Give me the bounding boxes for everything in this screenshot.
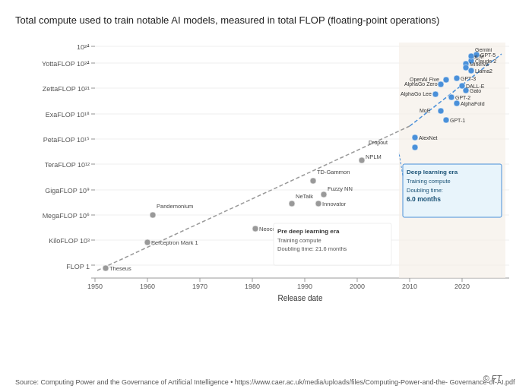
svg-point-57 (252, 226, 258, 232)
svg-text:Pre deep learning era: Pre deep learning era (277, 228, 340, 235)
svg-text:AlphaGo Lee: AlphaGo Lee (401, 91, 432, 97)
svg-text:2010: 2010 (402, 283, 417, 290)
svg-text:Dropout: Dropout (369, 140, 388, 146)
svg-text:1980: 1980 (245, 283, 260, 290)
svg-text:Training compute: Training compute (407, 178, 451, 185)
svg-text:PetaFLOP 10¹⁵: PetaFLOP 10¹⁵ (43, 136, 90, 144)
svg-point-55 (150, 212, 156, 218)
svg-text:Doubling time: 21.6 months: Doubling time: 21.6 months (277, 245, 347, 252)
chart-container: Total compute used to train notable AI m… (0, 0, 532, 392)
svg-point-85 (438, 81, 444, 87)
svg-point-91 (459, 83, 465, 89)
svg-point-53 (144, 239, 150, 245)
svg-point-105 (463, 65, 469, 71)
svg-text:ExaFLOP 10¹⁸: ExaFLOP 10¹⁸ (46, 111, 90, 119)
svg-text:AlphaFold: AlphaFold (461, 101, 485, 107)
svg-text:NPLM: NPLM (366, 153, 382, 160)
svg-text:MoE: MoE (420, 108, 431, 113)
svg-text:1990: 1990 (297, 283, 312, 290)
svg-point-107 (468, 53, 474, 59)
svg-text:Fuzzy NN: Fuzzy NN (328, 185, 353, 192)
svg-text:TD-Gammon: TD-Gammon (317, 169, 350, 175)
chart-title: Total compute used to train notable AI m… (15, 14, 517, 27)
svg-point-87 (443, 77, 449, 83)
footer: Source: Computing Power and the Governan… (15, 374, 517, 387)
svg-text:TeraFLOP 10¹²: TeraFLOP 10¹² (45, 161, 90, 169)
svg-text:10²⁴: 10²⁴ (77, 43, 90, 51)
svg-text:1960: 1960 (140, 283, 155, 290)
svg-text:Pandemonium: Pandemonium (157, 203, 193, 210)
svg-text:Perceptron Mark 1: Perceptron Mark 1 (151, 239, 198, 246)
svg-text:6.0 months: 6.0 months (407, 195, 441, 203)
svg-text:MegaFLOP 10⁶: MegaFLOP 10⁶ (43, 212, 90, 220)
svg-point-63 (315, 201, 321, 207)
svg-point-97 (468, 68, 474, 74)
svg-text:Innovator: Innovator (322, 201, 347, 207)
svg-text:Gato: Gato (470, 88, 481, 93)
svg-text:GPT-2: GPT-2 (455, 95, 470, 100)
svg-point-61 (310, 178, 316, 184)
svg-point-73 (412, 134, 418, 141)
svg-point-59 (289, 201, 295, 207)
svg-text:Llama2: Llama2 (475, 68, 492, 74)
chart-area: 10²⁴ YottaFLOP 10²⁴ ZettaFLOP 10²¹ ExaFL… (15, 35, 517, 316)
svg-text:KiloFLOP 10³: KiloFLOP 10³ (49, 237, 90, 245)
svg-text:DALL-E: DALL-E (466, 84, 485, 89)
svg-text:AlexNet: AlexNet (419, 135, 438, 141)
svg-text:2020: 2020 (454, 283, 470, 290)
svg-text:NeTalk: NeTalk (296, 193, 313, 200)
svg-text:ZettaFLOP 10²¹: ZettaFLOP 10²¹ (43, 85, 90, 93)
svg-text:Minerva: Minerva (470, 62, 489, 67)
main-chart-svg: 10²⁴ YottaFLOP 10²⁴ ZettaFLOP 10²¹ ExaFL… (15, 35, 517, 316)
svg-text:1970: 1970 (192, 283, 207, 290)
svg-text:GPT-3: GPT-3 (461, 76, 476, 81)
svg-text:OpenAI Five: OpenAI Five (410, 77, 439, 83)
svg-text:Gemini: Gemini (475, 47, 492, 52)
svg-point-79 (438, 108, 444, 114)
svg-text:GigaFLOP 10⁹: GigaFLOP 10⁹ (45, 187, 90, 194)
ft-logo: © FT (483, 374, 502, 383)
svg-text:2000: 2000 (350, 283, 365, 290)
svg-text:Theseus: Theseus (109, 265, 131, 272)
svg-point-65 (321, 191, 327, 198)
svg-text:1950: 1950 (87, 283, 103, 290)
svg-point-83 (432, 91, 439, 97)
svg-text:Release date: Release date (278, 294, 323, 302)
svg-point-93 (448, 94, 454, 100)
source-text: Source: Computing Power and the Governan… (15, 378, 515, 386)
svg-text:FLOP 1: FLOP 1 (66, 263, 90, 270)
svg-text:Doubling time:: Doubling time: (407, 187, 443, 194)
svg-point-77 (443, 117, 449, 123)
svg-point-67 (359, 157, 365, 163)
svg-text:Training compute: Training compute (277, 237, 321, 244)
svg-text:GPT-1: GPT-1 (450, 118, 465, 123)
svg-point-81 (454, 100, 460, 106)
svg-text:Deep learning era: Deep learning era (407, 169, 458, 175)
svg-point-51 (103, 265, 109, 271)
svg-point-75 (412, 144, 418, 150)
svg-point-95 (454, 75, 460, 81)
svg-text:AlphaGo Zero: AlphaGo Zero (404, 81, 438, 87)
svg-text:YottaFLOP 10²⁴: YottaFLOP 10²⁴ (42, 60, 90, 68)
